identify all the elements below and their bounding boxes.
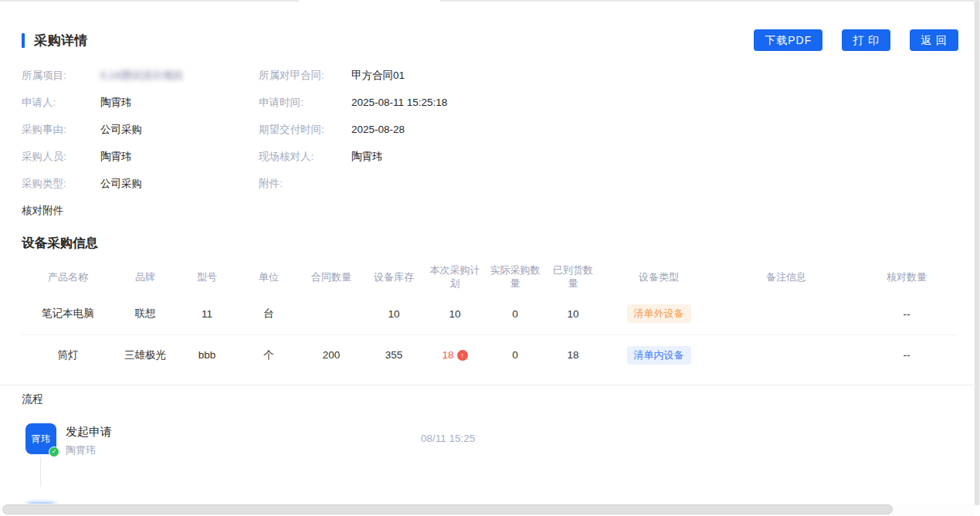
check-badge-icon: ✓ xyxy=(49,446,59,457)
table-row: 笔记本电脑 联想 11 台 10 10 0 10 清单外设备 -- xyxy=(22,294,958,334)
cell-brand: 三雄极光 xyxy=(114,334,176,375)
applicant-label: 申请人: xyxy=(22,89,100,116)
vertical-scrollbar-thumb[interactable] xyxy=(975,0,979,505)
plan-qty-increased: 18 xyxy=(442,349,453,361)
title-wrap: 采购详情 xyxy=(22,32,88,49)
flow-connector-line xyxy=(40,457,41,487)
check-attachment-label: 核对附件 xyxy=(22,197,100,224)
table-row: 筒灯 三雄极光 bbb 个 200 355 18↑ 0 18 清单内设备 -- xyxy=(22,334,958,375)
cell-device-type: 清单内设备 xyxy=(601,334,717,375)
applicant-value: 陶霄玮 xyxy=(100,89,259,116)
header-buttons: 下载PDF 打 印 返 回 xyxy=(754,29,958,51)
horizontal-scrollbar-thumb[interactable] xyxy=(2,504,893,514)
col-contract-qty: 合同数量 xyxy=(300,260,363,294)
cell-device-type: 清单外设备 xyxy=(601,294,717,334)
purchase-type-label: 采购类型: xyxy=(22,170,100,197)
top-border-right xyxy=(440,0,980,2)
step-texts: 发起申请 陶霄玮 xyxy=(66,423,112,457)
print-button[interactable]: 打 印 xyxy=(842,29,890,51)
checker-label: 现场核对人: xyxy=(259,143,351,170)
reason-value: 公司采购 xyxy=(100,116,259,143)
download-pdf-button[interactable]: 下载PDF xyxy=(754,29,822,51)
cell-model: bbb xyxy=(176,334,238,375)
cell-brand: 联想 xyxy=(114,294,176,334)
horizontal-scrollbar[interactable] xyxy=(0,504,974,516)
col-actual-qty: 实际采购数量 xyxy=(485,260,545,294)
flow-section: 流程 霄玮 ✓ 发起申请 陶霄玮 08/11 15:25 霄玮 ✓ 陶霄玮 （同… xyxy=(0,385,980,516)
increase-arrow-icon: ↑ xyxy=(457,350,468,361)
attachment-value xyxy=(351,170,958,197)
apply-time-value: 2025-08-11 15:25:18 xyxy=(351,89,958,116)
top-border-left xyxy=(0,0,299,2)
cell-check-qty: -- xyxy=(856,334,958,375)
col-unit: 单位 xyxy=(238,260,300,294)
col-stock: 设备库存 xyxy=(363,260,425,294)
cell-remark xyxy=(717,294,856,334)
flow-step-initiate: 霄玮 ✓ 发起申请 陶霄玮 08/11 15:25 xyxy=(22,423,958,457)
contract-label: 所属对甲合同: xyxy=(259,62,351,89)
contract-value: 甲方合同01 xyxy=(351,62,958,89)
cell-arrived-qty: 10 xyxy=(545,294,601,334)
col-brand: 品牌 xyxy=(114,260,176,294)
vertical-scrollbar[interactable] xyxy=(974,0,980,505)
device-type-badge: 清单外设备 xyxy=(627,304,691,323)
avatar-wrap: 霄玮 ✓ xyxy=(25,423,56,454)
cell-stock: 355 xyxy=(363,334,425,375)
col-arrived-qty: 已到货数量 xyxy=(545,260,601,294)
cell-stock: 10 xyxy=(363,294,425,334)
step-time: 08/11 15:25 xyxy=(421,433,475,444)
page-title: 采购详情 xyxy=(34,32,88,49)
cell-contract-qty: 200 xyxy=(300,334,363,375)
purchase-info-grid: 所属项目: 5.24测试演示项目 所属对甲合同: 甲方合同01 申请人: 陶霄玮… xyxy=(22,62,958,224)
cell-plan-qty: 18↑ xyxy=(425,334,485,375)
col-product: 产品名称 xyxy=(22,260,114,294)
project-label: 所属项目: xyxy=(22,62,100,89)
back-button[interactable]: 返 回 xyxy=(910,29,958,51)
buyer-value: 陶霄玮 xyxy=(100,143,259,170)
cell-actual-qty: 0 xyxy=(485,294,545,334)
expect-time-value: 2025-08-28 xyxy=(351,116,958,143)
device-type-badge: 清单内设备 xyxy=(627,346,691,365)
purchase-type-value: 公司采购 xyxy=(100,170,259,197)
cell-product: 笔记本电脑 xyxy=(22,294,114,334)
step-name: 陶霄玮 xyxy=(66,443,112,457)
purchase-detail-page: 采购详情 下载PDF 打 印 返 回 所属项目: 5.24测试演示项目 所属对甲… xyxy=(0,29,980,375)
cell-actual-qty: 0 xyxy=(485,334,545,375)
attachment-label: 附件: xyxy=(259,170,351,197)
step-title: 发起申请 xyxy=(66,425,112,440)
title-accent-bar xyxy=(22,33,25,48)
cell-contract-qty xyxy=(300,294,363,334)
page-header: 采购详情 下载PDF 打 印 返 回 xyxy=(22,29,958,51)
table-header-row: 产品名称 品牌 型号 单位 合同数量 设备库存 本次采购计划 实际采购数量 已到… xyxy=(22,260,958,294)
col-plan-qty: 本次采购计划 xyxy=(425,260,485,294)
device-purchase-table: 产品名称 品牌 型号 单位 合同数量 设备库存 本次采购计划 实际采购数量 已到… xyxy=(22,260,958,375)
flow-section-title: 流程 xyxy=(22,392,958,406)
col-check-qty: 核对数量 xyxy=(856,260,958,294)
cell-unit: 台 xyxy=(238,294,300,334)
cell-product: 筒灯 xyxy=(22,334,114,375)
col-device-type: 设备类型 xyxy=(601,260,717,294)
buyer-label: 采购人员: xyxy=(22,143,100,170)
project-value: 5.24测试演示项目 xyxy=(100,62,259,89)
cell-model: 11 xyxy=(176,294,238,334)
cell-arrived-qty: 18 xyxy=(545,334,601,375)
cell-check-qty: -- xyxy=(856,294,958,334)
reason-label: 采购事由: xyxy=(22,116,100,143)
cell-plan-qty: 10 xyxy=(425,294,485,334)
cell-remark xyxy=(717,334,856,375)
device-section-title: 设备采购信息 xyxy=(22,235,958,252)
cell-unit: 个 xyxy=(238,334,300,375)
expect-time-label: 期望交付时间: xyxy=(259,116,351,143)
apply-time-label: 申请时间: xyxy=(259,89,351,116)
col-model: 型号 xyxy=(176,260,238,294)
checker-value: 陶霄玮 xyxy=(351,143,958,170)
col-remark: 备注信息 xyxy=(717,260,856,294)
